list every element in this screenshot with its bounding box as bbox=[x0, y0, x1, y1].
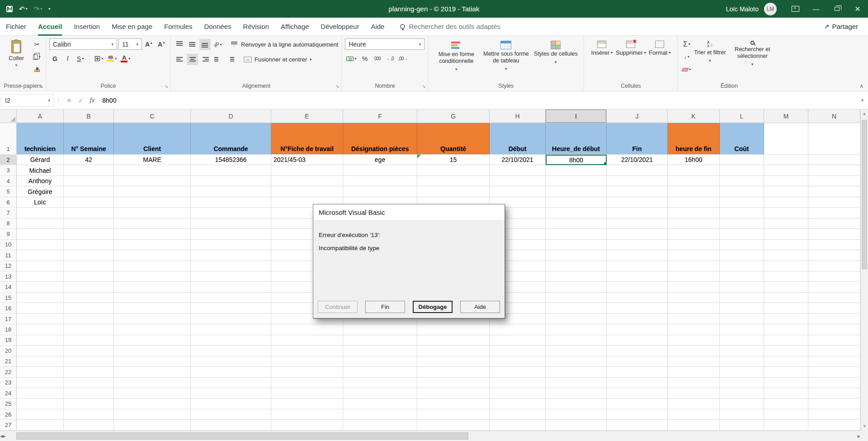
avatar[interactable]: LM bbox=[764, 3, 777, 15]
tab-insertion[interactable]: Insertion bbox=[74, 18, 100, 36]
cell-C10[interactable] bbox=[114, 240, 191, 250]
cell-M8[interactable] bbox=[764, 218, 808, 229]
cell-F19[interactable] bbox=[343, 335, 417, 346]
horizontal-scroll-track[interactable] bbox=[5, 431, 858, 441]
cell-K14[interactable] bbox=[668, 282, 720, 292]
cell-K25[interactable] bbox=[668, 398, 720, 409]
row-header-12[interactable]: 12 bbox=[0, 261, 17, 271]
cell-K26[interactable] bbox=[668, 409, 720, 420]
format-painter-button[interactable] bbox=[31, 64, 42, 75]
increase-decimal-button[interactable]: ←,0 bbox=[384, 53, 396, 64]
cell-I27[interactable] bbox=[546, 420, 607, 430]
conditional-formatting-button[interactable]: Mise en forme conditionnelle ▾ bbox=[431, 38, 481, 73]
underline-button[interactable]: S▾ bbox=[75, 53, 86, 64]
cell-K21[interactable] bbox=[668, 356, 720, 367]
cell-F26[interactable] bbox=[343, 409, 417, 420]
cell-A11[interactable] bbox=[17, 250, 64, 261]
tab-mise-en-page[interactable]: Mise en page bbox=[112, 18, 152, 36]
cell-C24[interactable] bbox=[114, 388, 191, 398]
cell-B1[interactable]: N° Semaine bbox=[64, 123, 114, 155]
cell-H23[interactable] bbox=[490, 378, 546, 388]
cell-L18[interactable] bbox=[720, 324, 764, 335]
tab-affichage[interactable]: Affichage bbox=[281, 18, 309, 36]
cell-B8[interactable] bbox=[64, 218, 114, 229]
cell-A1[interactable]: technicien bbox=[17, 123, 64, 155]
cell-M12[interactable] bbox=[764, 261, 808, 271]
cell-M5[interactable] bbox=[764, 186, 808, 197]
formula-bar-expand-button[interactable]: ▾ bbox=[857, 98, 868, 103]
cell-A21[interactable] bbox=[17, 356, 64, 367]
formula-input[interactable]: 8h00 bbox=[98, 97, 857, 104]
column-header-H[interactable]: H bbox=[490, 109, 546, 123]
cell-A13[interactable] bbox=[17, 271, 64, 282]
cell-I14[interactable] bbox=[546, 282, 607, 292]
cell-I4[interactable] bbox=[546, 176, 607, 186]
alignment-dialog-launcher[interactable]: ↘ bbox=[335, 84, 339, 89]
insert-cells-button[interactable]: Insérer▾ bbox=[587, 38, 616, 56]
cell-N4[interactable] bbox=[808, 176, 860, 186]
cell-K11[interactable] bbox=[668, 250, 720, 261]
cell-K8[interactable] bbox=[668, 218, 720, 229]
vertical-scroll-thumb[interactable] bbox=[862, 120, 867, 269]
orientation-button[interactable]: ab▾ bbox=[212, 39, 223, 50]
cell-K7[interactable] bbox=[668, 208, 720, 218]
font-name-select[interactable]: Calibri▾ bbox=[49, 38, 117, 50]
cell-M23[interactable] bbox=[764, 378, 808, 388]
undo-button[interactable]: ↶▾ bbox=[19, 5, 28, 13]
dialog-button-d-bogage[interactable]: Débogage bbox=[413, 301, 453, 313]
cell-E21[interactable] bbox=[271, 356, 343, 367]
cell-E4[interactable] bbox=[271, 176, 343, 186]
select-all-button[interactable] bbox=[0, 109, 17, 123]
decrease-decimal-button[interactable]: ,00→ bbox=[397, 53, 409, 64]
cell-A23[interactable] bbox=[17, 378, 64, 388]
cell-D12[interactable] bbox=[191, 261, 271, 271]
cell-B6[interactable] bbox=[64, 197, 114, 208]
cell-G2[interactable]: 15 bbox=[417, 155, 490, 165]
cell-L11[interactable] bbox=[720, 250, 764, 261]
cell-J8[interactable] bbox=[607, 218, 668, 229]
cell-N18[interactable] bbox=[808, 324, 860, 335]
cell-G20[interactable] bbox=[417, 346, 490, 356]
cell-N10[interactable] bbox=[808, 240, 860, 250]
cell-D16[interactable] bbox=[191, 303, 271, 313]
cell-J13[interactable] bbox=[607, 271, 668, 282]
cell-N9[interactable] bbox=[808, 229, 860, 239]
row-header-21[interactable]: 21 bbox=[0, 356, 17, 367]
row-header-23[interactable]: 23 bbox=[0, 378, 17, 388]
cell-I26[interactable] bbox=[546, 409, 607, 420]
cell-K2[interactable]: 16h00 bbox=[668, 155, 720, 165]
cell-D5[interactable] bbox=[191, 186, 271, 197]
cell-L2[interactable] bbox=[720, 155, 764, 165]
cell-J23[interactable] bbox=[607, 378, 668, 388]
cell-N15[interactable] bbox=[808, 293, 860, 303]
row-header-5[interactable]: 5 bbox=[0, 186, 17, 197]
percent-style-button[interactable]: % bbox=[359, 53, 370, 64]
column-header-K[interactable]: K bbox=[668, 109, 720, 123]
formula-bar-splitter[interactable]: ⋮ bbox=[54, 97, 63, 104]
customize-qat-button[interactable]: ▾ bbox=[48, 7, 50, 11]
cell-K9[interactable] bbox=[668, 229, 720, 239]
row-header-16[interactable]: 16 bbox=[0, 303, 17, 313]
row-header-9[interactable]: 9 bbox=[0, 229, 17, 239]
row-header-13[interactable]: 13 bbox=[0, 271, 17, 282]
cell-J2[interactable]: 22/10/2021 bbox=[607, 155, 668, 165]
cell-H24[interactable] bbox=[490, 388, 546, 398]
cell-I9[interactable] bbox=[546, 229, 607, 239]
cell-B14[interactable] bbox=[64, 282, 114, 292]
name-box[interactable]: I2 ▾ bbox=[1, 94, 54, 107]
cell-K13[interactable] bbox=[668, 271, 720, 282]
cell-F4[interactable] bbox=[343, 176, 417, 186]
column-header-E[interactable]: E bbox=[271, 109, 343, 123]
cell-C9[interactable] bbox=[114, 229, 191, 239]
cell-A27[interactable] bbox=[17, 420, 64, 430]
cell-L15[interactable] bbox=[720, 293, 764, 303]
cell-N7[interactable] bbox=[808, 208, 860, 218]
cell-M4[interactable] bbox=[764, 176, 808, 186]
cell-N26[interactable] bbox=[808, 409, 860, 420]
cell-F1[interactable]: Désignation pièces bbox=[343, 123, 417, 155]
cell-C5[interactable] bbox=[114, 186, 191, 197]
restore-button[interactable] bbox=[826, 0, 847, 18]
cell-K17[interactable] bbox=[668, 314, 720, 324]
cell-D22[interactable] bbox=[191, 367, 271, 377]
cell-D10[interactable] bbox=[191, 240, 271, 250]
